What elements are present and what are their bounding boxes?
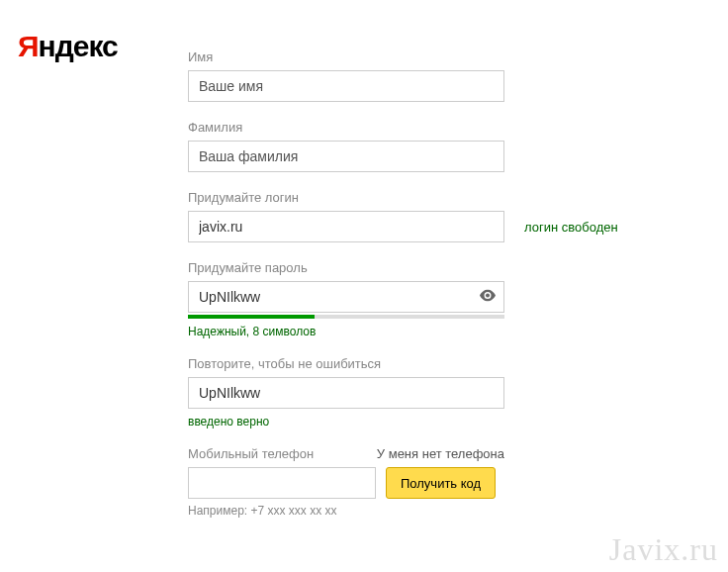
login-label: Придумайте логин [188,190,702,205]
get-code-button[interactable]: Получить код [386,467,496,499]
logo-accent: Я [18,30,39,62]
last-name-group: Фамилия [188,120,702,172]
watermark: Javix.ru [609,531,718,568]
phone-hint: Например: +7 xxx xxx xx xx [188,504,702,518]
password-input[interactable] [188,281,504,313]
password-repeat-status: введено верно [188,415,702,429]
phone-group: Мобильный телефон У меня нет телефона По… [188,446,702,518]
first-name-group: Имя [188,49,702,102]
login-group: Придумайте логин логин свободен [188,190,702,242]
password-group: Придумайте пароль Надежный, 8 символов [188,260,702,338]
password-repeat-label: Повторите, чтобы не ошибиться [188,356,702,371]
svg-point-0 [486,294,490,298]
last-name-label: Фамилия [188,120,702,135]
password-label: Придумайте пароль [188,260,702,275]
eye-icon[interactable] [479,290,497,305]
logo: Яндекс [18,30,118,63]
password-repeat-input[interactable] [188,377,504,409]
password-strength-fill [188,315,315,319]
first-name-input[interactable] [188,70,504,102]
last-name-input[interactable] [188,141,504,172]
login-status: логин свободен [524,220,618,235]
first-name-label: Имя [188,49,702,64]
password-strength-bar [188,315,504,319]
login-input[interactable] [188,211,504,242]
logo-rest: ндекс [39,30,118,62]
phone-input[interactable] [188,467,376,499]
registration-form: Имя Фамилия Придумайте логин логин свобо… [188,49,702,535]
password-strength-text: Надежный, 8 символов [188,325,702,338]
password-repeat-group: Повторите, чтобы не ошибиться введено ве… [188,356,702,429]
phone-label: Мобильный телефон [188,446,314,461]
no-phone-link[interactable]: У меня нет телефона [377,446,504,461]
